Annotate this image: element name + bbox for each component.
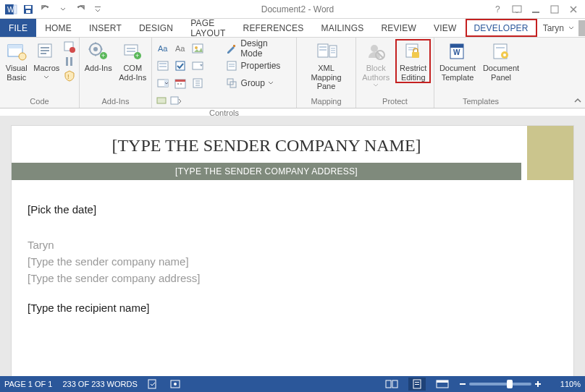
zoom-percent[interactable]: 110% (552, 380, 581, 388)
group-addins: + Add-Ins + COM Add-Ins Add-Ins (80, 38, 152, 108)
svg-rect-61 (331, 50, 335, 51)
legacy-tools-icon[interactable] (155, 94, 168, 107)
sender-company-name-field[interactable]: [Type the sender company name] (28, 255, 557, 268)
group-dropdown-icon (268, 80, 274, 86)
com-addins-button[interactable]: + COM Add-Ins (117, 39, 149, 82)
macro-security-icon[interactable]: ! (63, 69, 76, 82)
view-read-mode-icon[interactable] (385, 379, 398, 389)
group-controls: Aa Aa Design Mode (152, 38, 297, 108)
sender-name-field[interactable]: Taryn (28, 239, 557, 251)
properties-button[interactable]: Properties (223, 58, 293, 74)
group-button[interactable]: Group (223, 75, 293, 91)
zoom-slider[interactable] (459, 380, 542, 388)
block-authors-icon (364, 41, 387, 62)
building-block-control-icon[interactable] (155, 58, 171, 74)
status-macro-icon[interactable] (169, 379, 181, 389)
collapse-ribbon-icon[interactable] (571, 38, 585, 108)
svg-rect-66 (408, 47, 416, 48)
sender-company-address-field[interactable]: [TYPE THE SENDER COMPANY ADDRESS] (12, 163, 521, 180)
group-label-text: Group (241, 78, 265, 88)
macros-button[interactable]: Macros (33, 39, 61, 80)
block-authors-button[interactable]: Block Authors (359, 39, 392, 88)
tab-review[interactable]: REVIEW (372, 19, 425, 37)
plain-text-control-icon[interactable]: Aa (172, 41, 188, 56)
tab-developer[interactable]: DEVELOPER (466, 19, 537, 37)
svg-rect-73 (496, 47, 505, 48)
checkbox-control-icon[interactable] (172, 58, 188, 74)
tab-home[interactable]: HOME (36, 19, 80, 37)
pick-date-field[interactable]: [Pick the date] (28, 203, 557, 216)
maximize-icon[interactable] (546, 1, 563, 17)
document-area[interactable]: [TYPE THE SENDER COMPANY NAME] [TYPE THE… (0, 108, 585, 376)
status-bar: PAGE 1 OF 1 233 OF 233 WORDS 110% (0, 376, 585, 392)
restrict-editing-button[interactable]: Restrict Editing (395, 39, 431, 83)
zoom-out-icon[interactable] (459, 380, 466, 388)
macros-label: Macros (33, 64, 59, 73)
svg-text:Aa: Aa (175, 44, 185, 53)
avatar[interactable] (578, 20, 585, 36)
ribbon-display-icon[interactable] (508, 1, 526, 17)
design-mode-icon (225, 42, 238, 55)
dropdown-list-control-icon[interactable] (155, 75, 171, 91)
block-authors-dropdown-icon (373, 83, 379, 88)
zoom-thumb[interactable] (507, 380, 513, 388)
svg-text:+: + (135, 52, 139, 59)
tab-page-layout[interactable]: PAGE LAYOUT (182, 19, 234, 37)
sender-company-title-field[interactable]: [TYPE THE SENDER COMPANY NAME] (12, 126, 521, 163)
svg-rect-76 (148, 380, 156, 388)
group-mapping-label: Mapping (300, 95, 353, 108)
record-macro-icon[interactable] (63, 41, 76, 54)
page[interactable]: [TYPE THE SENDER COMPANY NAME] [TYPE THE… (12, 126, 573, 376)
zoom-track[interactable] (469, 383, 531, 385)
svg-point-75 (503, 54, 506, 56)
date-picker-control-icon[interactable] (172, 75, 188, 91)
combo-box-control-icon[interactable] (190, 58, 206, 74)
rich-text-control-icon[interactable]: Aa (155, 41, 171, 56)
restrict-editing-icon (402, 41, 425, 62)
xml-mapping-pane-button[interactable]: XML Mapping Pane (305, 39, 348, 91)
svg-text:Aa: Aa (158, 44, 168, 53)
view-web-layout-icon[interactable] (436, 379, 449, 389)
help-icon[interactable]: ? (489, 1, 507, 17)
document-template-label: Document Template (437, 64, 478, 82)
redo-icon[interactable] (72, 1, 88, 17)
tab-view[interactable]: VIEW (425, 19, 465, 37)
document-panel-button[interactable]: Document Panel (481, 39, 521, 82)
status-page[interactable]: PAGE 1 OF 1 (4, 380, 52, 388)
tab-references[interactable]: REFERENCES (235, 19, 313, 37)
design-mode-button[interactable]: Design Mode (223, 41, 293, 56)
word-app-icon[interactable]: W (3, 1, 19, 17)
recipient-name-field[interactable]: [Type the recipient name] (28, 302, 557, 314)
tab-design[interactable]: DESIGN (130, 19, 182, 37)
repeating-section-control-icon[interactable] (190, 75, 206, 91)
save-icon[interactable] (20, 1, 36, 17)
quick-access-toolbar: W (3, 1, 106, 17)
picture-control-icon[interactable] (190, 41, 206, 56)
account-area[interactable]: Taryn (537, 19, 585, 37)
svg-rect-68 (412, 52, 419, 58)
svg-rect-67 (408, 49, 416, 51)
view-print-layout-icon[interactable] (408, 378, 426, 391)
visual-basic-button[interactable]: Visual Basic (3, 39, 30, 82)
close-icon[interactable] (565, 1, 582, 17)
document-template-button[interactable]: W Document Template (437, 39, 478, 82)
window-title: Document2 - Word (106, 4, 489, 14)
svg-rect-45 (177, 83, 179, 85)
status-proofing-icon[interactable] (148, 379, 159, 389)
tab-file[interactable]: FILE (0, 19, 36, 37)
pause-recording-icon[interactable] (63, 55, 76, 68)
undo-dropdown-icon[interactable] (55, 1, 71, 17)
svg-rect-50 (233, 45, 235, 47)
addins-button[interactable]: + Add-Ins (83, 39, 114, 73)
restrict-editing-label: Restrict Editing (397, 64, 429, 82)
zoom-in-icon[interactable] (534, 380, 542, 388)
undo-icon[interactable] (38, 1, 54, 17)
tab-insert[interactable]: INSERT (80, 19, 130, 37)
status-words[interactable]: 233 OF 233 WORDS (62, 380, 137, 388)
minimize-icon[interactable] (527, 1, 544, 17)
legacy-tools-dropdown-icon[interactable] (169, 94, 182, 107)
tab-mailings[interactable]: MAILINGS (313, 19, 373, 37)
qat-customize-icon[interactable] (90, 1, 106, 17)
svg-rect-83 (415, 384, 419, 385)
sender-company-address-body-field[interactable]: [Type the sender company address] (28, 272, 557, 284)
